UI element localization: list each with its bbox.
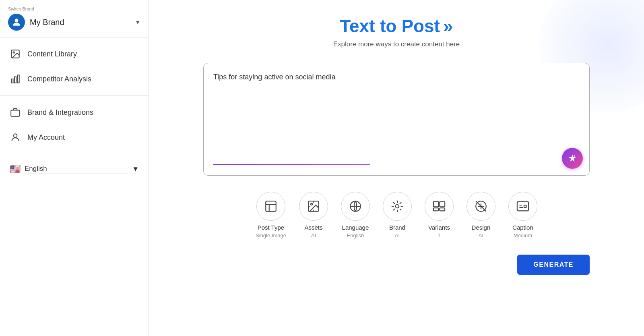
- variants-sublabel: 1: [438, 232, 440, 239]
- sidebar-item-brand-integrations-label: Brand & Integrations: [27, 108, 93, 117]
- assets-sublabel: AI: [311, 232, 316, 239]
- language-chevron-icon: ▼: [132, 165, 139, 173]
- caption-sublabel: Medium: [514, 232, 532, 239]
- nav-section-1: Content Library Competitor Analysis: [0, 37, 149, 96]
- image-icon: [10, 49, 21, 59]
- ai-enhance-button[interactable]: [562, 148, 583, 169]
- brand-circle: [383, 192, 412, 221]
- nav-section-2: Brand & Integrations My Account: [0, 96, 149, 154]
- page-title: Text to Post »: [340, 16, 453, 36]
- sidebar: Switch Brand My Brand ▼ Conte: [0, 0, 149, 336]
- design-circle: [466, 192, 495, 221]
- svg-rect-4: [14, 77, 16, 83]
- svg-point-2: [13, 52, 14, 53]
- svg-rect-6: [11, 110, 20, 116]
- svg-rect-21: [524, 205, 526, 207]
- variants-label: Variants: [428, 224, 450, 231]
- language-label: English: [25, 165, 128, 174]
- svg-rect-3: [11, 79, 13, 83]
- language-select[interactable]: 🇺🇸 English ▼: [0, 158, 149, 180]
- account-icon: [10, 132, 21, 143]
- language-option-label: Language: [342, 224, 369, 231]
- svg-rect-17: [440, 208, 445, 211]
- sidebar-item-my-account[interactable]: My Account: [0, 125, 149, 150]
- option-brand[interactable]: Brand AI: [383, 192, 412, 239]
- briefcase-icon: [10, 107, 21, 118]
- options-row: Post Type Single Image Assets AI: [203, 192, 590, 239]
- post-type-sublabel: Single Image: [256, 232, 286, 239]
- title-arrows: »: [443, 16, 453, 36]
- svg-point-7: [14, 134, 17, 137]
- brand-name: My Brand: [30, 18, 130, 27]
- option-variants[interactable]: Variants 1: [425, 192, 454, 239]
- design-label: Design: [472, 224, 491, 231]
- caption-circle: [508, 192, 537, 221]
- option-post-type[interactable]: Post Type Single Image: [256, 192, 286, 239]
- main-content: Text to Post » Explore more ways to crea…: [149, 0, 644, 336]
- page-subtitle: Explore more ways to create content here: [333, 40, 460, 48]
- sidebar-item-content-library-label: Content Library: [27, 50, 77, 58]
- flag-icon: 🇺🇸: [10, 164, 21, 174]
- option-caption[interactable]: Caption Medium: [508, 192, 537, 239]
- option-assets[interactable]: Assets AI: [299, 192, 328, 239]
- switch-brand-label: Switch Brand: [8, 6, 140, 11]
- svg-point-13: [396, 205, 399, 208]
- generate-button[interactable]: GENERATE: [517, 255, 590, 275]
- page-title-text: Text to Post: [340, 16, 440, 36]
- brand-avatar: [8, 14, 25, 31]
- svg-rect-14: [433, 202, 439, 207]
- brand-select[interactable]: My Brand ▼: [8, 14, 140, 31]
- assets-circle: [299, 192, 328, 221]
- sidebar-item-my-account-label: My Account: [27, 133, 65, 142]
- bar-chart-icon: [10, 74, 21, 84]
- caption-label: Caption: [512, 224, 533, 231]
- language-section: 🇺🇸 English ▼: [0, 154, 149, 184]
- assets-label: Assets: [304, 224, 322, 231]
- variants-circle: [425, 192, 454, 221]
- sidebar-item-competitor-analysis-label: Competitor Analysis: [27, 75, 91, 83]
- brand-label: Brand: [389, 224, 405, 231]
- option-design[interactable]: Design AI: [466, 192, 495, 239]
- svg-rect-5: [17, 75, 19, 83]
- chevron-down-icon: ▼: [135, 19, 140, 25]
- svg-point-0: [15, 19, 19, 22]
- sidebar-item-competitor-analysis[interactable]: Competitor Analysis: [0, 66, 149, 91]
- generate-btn-row: GENERATE: [203, 255, 590, 275]
- language-circle: [341, 192, 370, 221]
- svg-rect-20: [517, 202, 528, 211]
- svg-rect-16: [433, 208, 439, 211]
- sidebar-item-content-library[interactable]: Content Library: [0, 41, 149, 66]
- post-text-input[interactable]: Tips for staying active on social media: [213, 73, 580, 162]
- brand-sublabel: AI: [395, 232, 400, 239]
- text-input-container: Tips for staying active on social media: [203, 63, 590, 176]
- option-language[interactable]: Language English: [341, 192, 370, 239]
- language-option-sublabel: English: [347, 232, 364, 239]
- post-type-label: Post Type: [258, 224, 284, 231]
- input-underline: [213, 164, 370, 165]
- design-sublabel: AI: [479, 232, 483, 239]
- svg-point-11: [311, 203, 312, 205]
- svg-rect-15: [440, 202, 445, 207]
- post-type-circle: [256, 192, 285, 221]
- svg-rect-9: [266, 201, 276, 212]
- svg-point-8: [574, 155, 575, 157]
- sidebar-item-brand-integrations[interactable]: Brand & Integrations: [0, 100, 149, 125]
- brand-switcher: Switch Brand My Brand ▼: [0, 0, 149, 37]
